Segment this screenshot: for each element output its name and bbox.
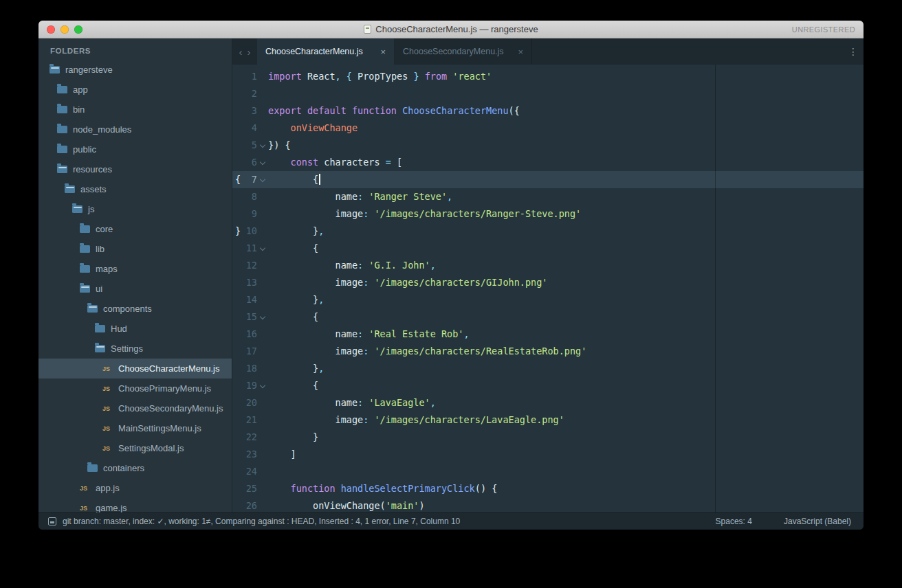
tree-item-label: js	[88, 204, 94, 214]
tree-file-row[interactable]: JSChooseCharacterMenu.js	[38, 359, 232, 378]
js-file-icon: JS	[80, 505, 90, 512]
tree-folder-row[interactable]: assets	[38, 179, 232, 199]
code-text: name: 'Ranger Steve',	[268, 188, 864, 205]
tree-item-label: bin	[73, 104, 85, 115]
folder-icon	[87, 464, 98, 472]
tree-item-label: rangersteve	[65, 65, 113, 75]
tree-file-row[interactable]: JSapp.js	[38, 478, 232, 498]
nav-forward-icon[interactable]: ›	[248, 46, 251, 58]
fold-chevron-icon[interactable]	[257, 137, 268, 154]
folder-tree: rangersteveappbinnode_modulespublicresou…	[38, 60, 232, 512]
gutter-brace-indicator: {	[232, 171, 241, 188]
tree-folder-row[interactable]: rangersteve	[38, 60, 232, 80]
fold-chevron-icon[interactable]	[257, 240, 268, 257]
line-number: 13	[241, 274, 257, 291]
tree-folder-row[interactable]: core	[38, 219, 232, 239]
code-line[interactable]: 6 const characters = [	[232, 154, 864, 171]
line-number: 11	[241, 240, 257, 257]
tree-folder-row[interactable]: containers	[38, 458, 232, 478]
tree-file-row[interactable]: JSMainSettingsMenu.js	[38, 418, 232, 438]
tree-folder-row[interactable]: app	[38, 80, 232, 100]
tree-folder-row[interactable]: maps	[38, 259, 232, 279]
code-line[interactable]: 22 }	[232, 429, 864, 446]
code-line[interactable]: 9 image: '/images/characters/Ranger-Stev…	[232, 205, 864, 223]
tree-file-row[interactable]: JSChoosePrimaryMenu.js	[38, 378, 232, 398]
tree-folder-row[interactable]: lib	[38, 239, 232, 259]
editor-tab[interactable]: ChooseCharacterMenu.js×	[257, 38, 395, 65]
code-line[interactable]: 4 onViewChange	[232, 120, 864, 137]
code-line[interactable]: 24	[232, 463, 864, 480]
tree-file-row[interactable]: JSgame.js	[38, 498, 232, 512]
js-file-icon: JS	[102, 405, 113, 412]
tree-folder-row[interactable]: resources	[38, 159, 232, 179]
close-tab-icon[interactable]: ×	[380, 47, 386, 57]
code-line[interactable]: {7 {	[232, 171, 864, 188]
tree-folder-row[interactable]: js	[38, 199, 232, 219]
line-number: 7	[241, 171, 257, 188]
fold-chevron-icon[interactable]	[257, 154, 268, 171]
fold-spacer	[257, 394, 268, 411]
code-line[interactable]: 5}) {	[232, 137, 864, 154]
line-number: 24	[241, 463, 257, 480]
tree-folder-row[interactable]: Hud	[38, 319, 232, 339]
code-text: export default function ChooseCharacterM…	[268, 102, 864, 120]
code-line[interactable]: 11 {	[232, 240, 864, 257]
indent-indicator[interactable]: Spaces: 4	[716, 517, 752, 526]
fold-spacer	[257, 360, 268, 377]
tree-item-label: MainSettingsMenu.js	[118, 423, 201, 433]
code-line[interactable]: 25 function handleSelectPrimaryClick() {	[232, 480, 864, 497]
fold-chevron-icon[interactable]	[257, 171, 268, 188]
code-line[interactable]: 20 name: 'LavaEagle',	[232, 394, 864, 411]
syntax-indicator[interactable]: JavaScript (Babel)	[784, 517, 851, 526]
gutter-brace-indicator	[232, 291, 241, 308]
code-line[interactable]: }10 },	[232, 223, 864, 240]
code-editor[interactable]: 1import React, { PropTypes } from 'react…	[232, 65, 864, 512]
fold-spacer	[257, 343, 268, 360]
code-line[interactable]: 17 image: '/images/characters/RealEstate…	[232, 343, 864, 360]
tree-folder-row[interactable]: components	[38, 299, 232, 319]
tree-folder-row[interactable]: public	[38, 139, 232, 159]
code-line[interactable]: 3export default function ChooseCharacter…	[232, 102, 864, 120]
fold-chevron-icon[interactable]	[257, 377, 268, 394]
code-text: },	[268, 223, 864, 240]
code-line[interactable]: 21 image: '/images/characters/LavaEagle.…	[232, 411, 864, 429]
js-file-icon: JS	[80, 485, 90, 492]
code-line[interactable]: 18 },	[232, 360, 864, 377]
code-text: name: 'LavaEagle',	[268, 394, 864, 411]
tree-folder-row[interactable]: node_modules	[38, 120, 232, 139]
code-line[interactable]: 26 onViewChange('main')	[232, 497, 864, 512]
nav-back-icon[interactable]: ‹	[239, 46, 243, 58]
code-line[interactable]: 8 name: 'Ranger Steve',	[232, 188, 864, 205]
fold-spacer	[257, 480, 268, 497]
close-tab-icon[interactable]: ×	[518, 47, 523, 57]
title-group: ChooseCharacterMenu.js — rangersteve	[364, 24, 538, 34]
tree-file-row[interactable]: JSSettingsModal.js	[38, 438, 232, 458]
code-line[interactable]: 23 ]	[232, 446, 864, 463]
gutter-brace-indicator	[232, 377, 241, 394]
close-window-button[interactable]	[47, 25, 55, 34]
fold-spacer	[257, 188, 268, 205]
code-line[interactable]: 13 image: '/images/characters/GIJohn.png…	[232, 274, 864, 291]
zoom-window-button[interactable]	[74, 25, 82, 34]
fold-spacer	[257, 120, 268, 137]
code-line[interactable]: 15 {	[232, 308, 864, 326]
code-line[interactable]: 1import React, { PropTypes } from 'react…	[232, 68, 864, 85]
code-line[interactable]: 12 name: 'G.I. John',	[232, 257, 864, 274]
editor-tab[interactable]: ChooseSecondaryMenu.js×	[395, 38, 532, 65]
tree-folder-row[interactable]: Settings	[38, 339, 232, 359]
minimize-window-button[interactable]	[60, 25, 69, 34]
code-line[interactable]: 2	[232, 85, 864, 102]
overflow-menu-icon[interactable]: ⋮	[843, 38, 864, 65]
status-message: git branch: master, index: ✓, working: 1…	[63, 517, 460, 526]
tree-file-row[interactable]: JSChooseSecondaryMenu.js	[38, 398, 232, 418]
code-line[interactable]: 16 name: 'Real Estate Rob',	[232, 326, 864, 343]
text-cursor	[319, 174, 320, 185]
tree-folder-row[interactable]: ui	[38, 279, 232, 299]
fold-spacer	[257, 223, 268, 240]
tree-folder-row[interactable]: bin	[38, 100, 232, 120]
fold-chevron-icon[interactable]	[257, 308, 268, 326]
code-line[interactable]: 14 },	[232, 291, 864, 308]
line-number: 21	[241, 411, 257, 429]
tab-label: ChooseCharacterMenu.js	[265, 47, 375, 56]
code-line[interactable]: 19 {	[232, 377, 864, 394]
